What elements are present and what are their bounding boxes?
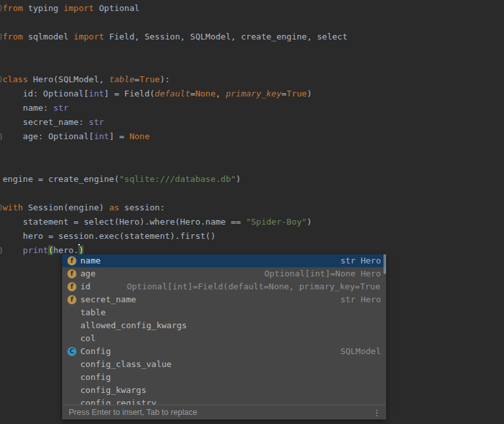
code-line[interactable]: statement = select(Hero).where(Hero.name…	[3, 215, 504, 229]
code-line[interactable]	[3, 58, 504, 73]
code-line[interactable]: age: Optional[int] = None	[3, 129, 504, 144]
code-token: id: Optional[	[3, 89, 89, 98]
completion-item[interactable]: col	[62, 332, 386, 345]
field-icon: f	[67, 282, 76, 291]
code-line[interactable]: id: Optional[int] = Field(default=None, …	[3, 87, 504, 101]
code-token: import	[74, 32, 104, 41]
completion-item[interactable]: table	[62, 306, 386, 319]
completion-label: table	[80, 306, 106, 319]
code-token: class	[3, 74, 28, 84]
code-token: int	[89, 89, 104, 98]
code-line[interactable]: name: str	[3, 101, 504, 115]
completion-item[interactable]: allowed_config_kwargs	[62, 319, 386, 332]
code-token: name:	[3, 103, 53, 113]
code-token: sqlmodel	[23, 32, 73, 41]
code-token: "sqlite:///database.db"	[119, 174, 236, 184]
completion-label: name	[80, 254, 100, 267]
gutter-icon-fragment	[0, 247, 2, 254]
code-token: as	[109, 203, 119, 212]
completion-item[interactable]: config	[62, 371, 386, 384]
code-token	[3, 245, 23, 255]
field-icon: f	[67, 269, 76, 278]
completion-label: secret_name	[80, 293, 136, 306]
code-token: default	[155, 89, 190, 98]
code-token: ,	[216, 89, 226, 98]
completion-item[interactable]: config_kwargs	[62, 384, 386, 397]
completion-type-hint: Optional[int]=None Hero	[264, 267, 381, 280]
code-line[interactable]: class Hero(SQLModel, table=True):	[3, 73, 504, 87]
code-token: import	[63, 3, 94, 13]
completion-label: col	[80, 332, 95, 345]
code-token: Optional	[94, 3, 139, 13]
code-token: ):	[160, 74, 170, 84]
completion-list: fnamestr HerofageOptional[int]=None Hero…	[62, 254, 386, 405]
completion-type-hint: SQLModel	[340, 345, 381, 358]
completion-scrollbar[interactable]	[384, 254, 386, 274]
completion-item[interactable]: config_class_value	[62, 358, 386, 371]
code-line[interactable]: with Session(engine) as session:	[3, 201, 504, 215]
completion-item[interactable]: fidOptional[int]=Field(default=None, pri…	[62, 280, 386, 293]
completion-label: age	[80, 267, 95, 280]
code-token: )	[307, 217, 312, 227]
code-token: hero = session.exec(statement).first()	[3, 231, 216, 241]
code-token: age: Optional[	[3, 131, 94, 141]
code-line[interactable]: from typing import Optional	[3, 1, 504, 16]
code-line[interactable]	[3, 144, 504, 158]
completion-item[interactable]: fageOptional[int]=None Hero	[62, 267, 386, 280]
code-line[interactable]: secret_name: str	[3, 115, 504, 129]
code-line[interactable]	[3, 186, 504, 201]
code-line[interactable]	[3, 16, 504, 30]
code-token: print	[23, 245, 48, 255]
completion-label: config_registry	[80, 397, 156, 405]
code-line[interactable]	[3, 44, 504, 58]
code-token: Session(engine)	[23, 203, 109, 212]
completion-item[interactable]: fsecret_namestr Hero	[62, 293, 386, 306]
completion-item[interactable]: fnamestr Hero	[62, 254, 386, 267]
code-line[interactable]: hero = session.exec(statement).first()	[3, 229, 504, 243]
code-token: engine = create_engine(	[3, 174, 119, 184]
field-icon: f	[67, 295, 76, 304]
completion-label: config_kwargs	[80, 384, 146, 397]
matched-paren: )	[78, 245, 84, 255]
code-token: True	[286, 89, 306, 98]
popup-footer: Press Enter to insert, Tab to replace ⋮	[62, 405, 386, 419]
code-token: ] =	[109, 131, 129, 141]
code-token: True	[139, 74, 159, 84]
completion-tail: Optional[int]=Field(default=None, primar…	[127, 280, 381, 293]
completion-item[interactable]: CConfigSQLModel	[62, 345, 386, 358]
code-line[interactable]: from sqlmodel import Field, Session, SQL…	[3, 30, 504, 44]
code-token: None	[130, 131, 150, 141]
code-token: table	[109, 74, 134, 84]
code-line[interactable]	[3, 158, 504, 172]
completion-item[interactable]: config_registry	[62, 397, 386, 405]
completion-label: Config	[80, 345, 111, 358]
completion-label: config	[80, 371, 111, 384]
code-line[interactable]: engine = create_engine("sqlite:///databa…	[3, 172, 504, 186]
code-token: None	[195, 89, 215, 98]
completion-popup: fnamestr HerofageOptional[int]=None Hero…	[62, 254, 386, 419]
code-token: typing	[23, 3, 63, 13]
code-token: int	[94, 131, 109, 141]
code-token: from	[3, 32, 23, 41]
completion-type-hint: str Hero	[340, 254, 381, 267]
code-token: with	[3, 203, 23, 212]
code-token: Field, Session, SQLModel, create_engine,…	[104, 32, 348, 41]
completion-label: id	[80, 280, 91, 293]
code-token: Hero(SQLModel,	[28, 74, 109, 84]
code-token: statement = select(Hero).where(Hero.name…	[3, 217, 246, 227]
more-options-icon[interactable]: ⋮	[372, 408, 381, 418]
gutter-icon-fragment	[0, 33, 2, 40]
code-token: hero.	[53, 245, 78, 255]
class-icon: C	[67, 347, 76, 356]
code-token: primary_key	[225, 89, 281, 98]
code-token: )	[236, 174, 241, 184]
gutter-icon-fragment	[0, 204, 2, 211]
code-token: session:	[119, 203, 165, 212]
completion-label: config_class_value	[80, 358, 172, 371]
field-icon: f	[67, 256, 76, 265]
gutter-icon-fragment	[0, 133, 2, 140]
gutter-icon-fragment	[0, 76, 2, 83]
code-token: str	[53, 103, 68, 113]
code-token: from	[3, 3, 23, 13]
code-token: str	[89, 117, 104, 127]
